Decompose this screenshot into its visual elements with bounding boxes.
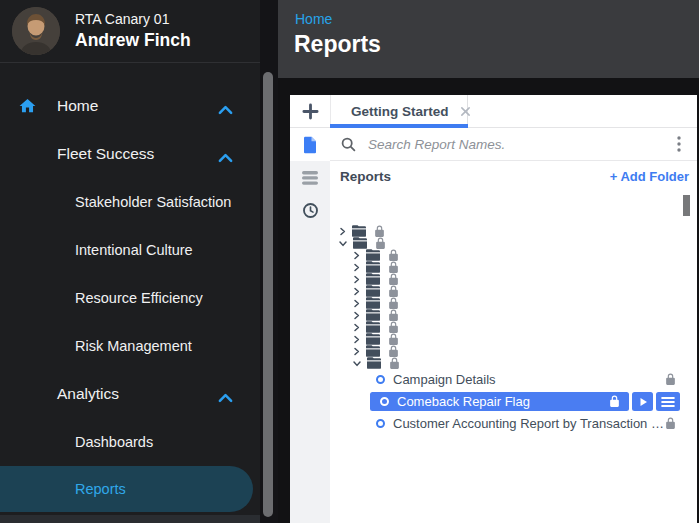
user-block: RTA Canary 01 Andrew Finch: [0, 0, 260, 63]
tree-row-work-order[interactable]: Work Order: [330, 357, 352, 369]
chevron-right-icon[interactable]: [338, 225, 347, 237]
sidebar-item-label: Stakeholder Satisfaction: [75, 194, 231, 210]
sidebar-item-label: Resource Efficiency: [75, 290, 203, 306]
chevron-right-icon[interactable]: [352, 249, 361, 261]
chevron-down-icon[interactable]: [352, 357, 362, 369]
row-menu-button[interactable]: [656, 392, 680, 412]
sidebar-item-dashboards[interactable]: Dashboards: [0, 418, 260, 466]
folder-icon: [366, 273, 380, 285]
chevron-right-icon[interactable]: [352, 321, 361, 333]
chevron-right-icon[interactable]: [352, 285, 361, 297]
tree-header: Reports + Add Folder: [330, 161, 697, 192]
queue-view-icon[interactable]: [290, 161, 330, 194]
tree-row-campaign-details[interactable]: Campaign Details: [330, 369, 697, 391]
lock-icon: [389, 357, 400, 370]
tree-row-vehicle[interactable]: Vehicle: [330, 345, 352, 357]
selected-report-row[interactable]: Comeback Repair Flag: [370, 392, 629, 412]
tab-getting-started[interactable]: Getting Started: [330, 95, 468, 127]
search-input[interactable]: [366, 136, 663, 153]
chevron-right-icon[interactable]: [352, 345, 361, 357]
tree-row-report-design-classes[interactable]: Report Design Classes: [330, 225, 344, 237]
tree-scrollbar-thumb[interactable]: [683, 195, 690, 216]
tree-row-customer-accounting-report-by-transaction-date[interactable]: Customer Accounting Report by Transactio…: [330, 412, 697, 434]
tree-row-motor-pool[interactable]: Motor Pool: [330, 297, 352, 309]
sidebar-scrollbar-thumb[interactable]: [263, 72, 273, 517]
sidebar-item-label: Dashboards: [75, 434, 153, 450]
tab-bar: Getting Started: [290, 95, 697, 128]
tree-row-label: Campaign Details: [393, 372, 496, 387]
tree-row-comeback-repair-flag[interactable]: Comeback Repair Flag: [330, 391, 697, 413]
page-header: Home Reports: [278, 0, 699, 78]
reports-panel: Getting Started: [290, 95, 697, 523]
report-bullet-icon: [376, 419, 385, 428]
lock-icon: [375, 237, 386, 250]
user-name: Andrew Finch: [75, 30, 191, 51]
avatar-photo: [12, 7, 60, 55]
folder-icon: [366, 297, 380, 309]
search-icon: [341, 137, 356, 152]
chevron-up-icon[interactable]: [218, 389, 233, 399]
report-bullet-icon: [376, 375, 385, 384]
org-name: RTA Canary 01: [75, 11, 191, 27]
sidebar-item-fleet-success[interactable]: Fleet Success: [0, 130, 260, 178]
add-folder-link[interactable]: + Add Folder: [610, 169, 689, 184]
chevron-right-icon[interactable]: [352, 309, 361, 321]
avatar[interactable]: [12, 7, 60, 55]
kebab-menu-icon[interactable]: [673, 135, 685, 153]
tree-row-tools[interactable]: Tools: [330, 333, 352, 345]
panel-rail: [290, 128, 330, 523]
sidebar-item-label: Risk Management: [75, 338, 192, 354]
plus-icon: [302, 103, 319, 120]
tree-row-dvir[interactable]: DVIR: [330, 249, 352, 261]
lock-icon: [665, 373, 676, 386]
chevron-up-icon[interactable]: [218, 101, 233, 111]
run-report-button[interactable]: [632, 392, 653, 412]
chevron-right-icon[interactable]: [352, 297, 361, 309]
document-icon: [302, 136, 318, 154]
tree-row-parts[interactable]: Parts: [330, 309, 352, 321]
reports-view-icon[interactable]: [290, 128, 330, 161]
user-text: RTA Canary 01 Andrew Finch: [75, 11, 191, 51]
tree-row-rta-standard-reports[interactable]: RTA Standard Reports: [330, 237, 344, 249]
folder-icon: [366, 261, 380, 273]
sidebar-item-home[interactable]: Home: [0, 82, 260, 130]
sidebar-item-intentional-culture[interactable]: Intentional Culture: [0, 226, 260, 274]
new-tab-button[interactable]: [290, 95, 330, 127]
report-tree: Report Design ClassesRTA Standard Report…: [330, 225, 697, 523]
tree-row-label: Customer Accounting Report by Transactio…: [393, 416, 665, 431]
reports-content: Reports + Add Folder Report Design Class…: [330, 128, 697, 523]
sidebar-item-stakeholder-satisfaction[interactable]: Stakeholder Satisfaction: [0, 178, 260, 226]
sidebar-item-reports[interactable]: Reports: [0, 466, 253, 512]
chevron-up-icon[interactable]: [218, 149, 233, 159]
folder-icon: [367, 357, 381, 369]
sidebar-item-resource-efficiency[interactable]: Resource Efficiency: [0, 274, 260, 322]
sidebar-item-label: Reports: [75, 481, 126, 497]
sidebar-item-risk-management[interactable]: Risk Management: [0, 322, 260, 370]
sidebar-item-label: Home: [57, 97, 98, 115]
close-tab-icon[interactable]: [460, 105, 471, 117]
stack-icon: [302, 171, 318, 185]
sidebar-nav: HomeFleet SuccessStakeholder Satisfactio…: [0, 82, 260, 512]
tree-row-equipment[interactable]: Equipment: [330, 273, 352, 285]
breadcrumb-home-link[interactable]: Home: [295, 11, 332, 27]
report-bullet-icon: [380, 397, 389, 406]
history-view-icon[interactable]: [290, 194, 330, 227]
chevron-down-icon[interactable]: [338, 237, 348, 249]
folder-icon: [366, 285, 380, 297]
sidebar-item-analytics[interactable]: Analytics: [0, 370, 260, 418]
tab-label: Getting Started: [351, 104, 449, 119]
folder-icon: [352, 225, 366, 237]
tree-title: Reports: [340, 169, 391, 184]
tree-row-fuel[interactable]: Fuel: [330, 285, 352, 297]
tree-row-employee[interactable]: Employee: [330, 261, 352, 273]
chevron-right-icon[interactable]: [352, 261, 361, 273]
app-window: RTA Canary 01 Andrew Finch HomeFleet Suc…: [0, 0, 699, 523]
home-icon: [18, 97, 37, 116]
chevron-right-icon[interactable]: [352, 273, 361, 285]
tree-row-label: Comeback Repair Flag: [397, 394, 530, 409]
tree-row-pms[interactable]: PMs: [330, 321, 352, 333]
search-row: [330, 128, 697, 161]
sidebar-item-label: Fleet Success: [57, 145, 154, 163]
chevron-right-icon[interactable]: [352, 333, 361, 345]
lock-icon: [665, 417, 676, 430]
